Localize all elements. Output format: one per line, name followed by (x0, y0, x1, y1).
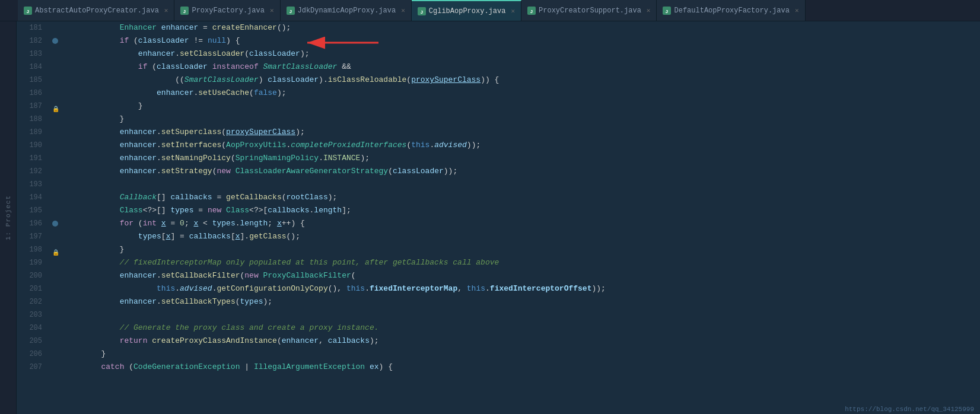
gutter-193 (49, 178, 61, 191)
gutter-202 (49, 295, 61, 308)
java-file-icon: J (418, 7, 426, 15)
line-num-188: 188 (17, 113, 49, 126)
gutter-183 (49, 47, 61, 60)
tab-label: JdkDynamicAopProxy.java (298, 7, 396, 15)
line-content-201: this.advised.getConfigurationOnlyCopy(),… (61, 282, 980, 295)
code-line-197: 197 types[x] = callbacks[x].getClass(); (17, 230, 980, 243)
gutter-198: 🔒 (49, 243, 61, 256)
code-line-201: 201 this.advised.getConfigurationOnlyCop… (17, 282, 980, 295)
line-num-189: 189 (17, 126, 49, 139)
project-panel-label: 1: Project (5, 195, 12, 240)
gutter-194 (49, 191, 61, 204)
line-content-182: if (classLoader != null) { (61, 34, 980, 47)
line-num-190: 190 (17, 139, 49, 152)
code-line-193: 193 (17, 178, 980, 191)
line-num-183: 183 (17, 47, 49, 60)
line-num-187: 187 (17, 100, 49, 113)
line-num-181: 181 (17, 21, 49, 34)
java-file-icon: J (24, 7, 32, 15)
svg-text:J: J (289, 9, 292, 14)
code-line-191: 191 enhancer.setNamingPolicy(SpringNamin… (17, 152, 980, 165)
line-num-191: 191 (17, 152, 49, 165)
java-file-icon: J (287, 7, 295, 15)
svg-text:J: J (183, 9, 186, 14)
tab-label: ProxyCreatorSupport.java (539, 7, 641, 15)
line-num-195: 195 (17, 204, 49, 217)
gutter-190 (49, 139, 61, 152)
tab-close-icon[interactable]: ✕ (647, 7, 651, 14)
line-content-205: return createProxyClassAndInstance(enhan… (61, 335, 980, 348)
line-content-198: } (61, 243, 980, 256)
code-line-196: 196 for (int x = 0; x < types.length; x+… (17, 217, 980, 230)
tab-close-icon[interactable]: ✕ (795, 7, 799, 14)
gutter-196 (49, 217, 61, 230)
line-content-192: enhancer.setStrategy(new ClassLoaderAwar… (61, 165, 980, 178)
gutter-197 (49, 230, 61, 243)
line-num-201: 201 (17, 282, 49, 295)
gutter-200 (49, 269, 61, 282)
line-num-198: 198 (17, 243, 49, 256)
line-num-205: 205 (17, 335, 49, 348)
line-num-197: 197 (17, 230, 49, 243)
gutter-204 (49, 321, 61, 335)
line-num-193: 193 (17, 178, 49, 191)
gutter-201 (49, 282, 61, 295)
code-line-205: 205 return createProxyClassAndInstance(e… (17, 335, 980, 348)
svg-text:J: J (420, 9, 423, 15)
tab-close-icon[interactable]: ✕ (401, 7, 405, 14)
line-num-199: 199 (17, 256, 49, 269)
code-line-203: 203 (17, 308, 980, 321)
gutter-182 (49, 34, 61, 47)
line-content-185: ((SmartClassLoader) classLoader).isClass… (61, 74, 980, 87)
code-line-183: 183 enhancer.setClassLoader(classLoader)… (17, 47, 980, 60)
tab-JdkDynamicAopProxy[interactable]: J JdkDynamicAopProxy.java ✕ (281, 0, 412, 21)
tab-DefaultAopProxyFactory[interactable]: J DefaultAopProxyFactory.java ✕ (657, 0, 805, 21)
line-content-191: enhancer.setNamingPolicy(SpringNamingPol… (61, 152, 980, 165)
tab-close-icon[interactable]: ✕ (270, 7, 274, 14)
line-content-184: if (classLoader instanceof SmartClassLoa… (61, 60, 980, 74)
java-file-icon: J (180, 7, 189, 15)
line-content-188: } (61, 113, 980, 126)
tab-bar: J AbstractAutoProxyCreator.java ✕ J Prox… (0, 0, 980, 21)
gutter-206 (49, 348, 61, 361)
line-num-182: 182 (17, 34, 49, 47)
line-num-184: 184 (17, 60, 49, 74)
svg-text:J: J (27, 9, 30, 14)
tab-CglibAopProxy[interactable]: J CglibAopProxy.java ✕ (412, 0, 521, 21)
editor-container: 1: Project 181 Enhancer enhancer = creat… (0, 21, 980, 414)
line-content-207: catch (CodeGenerationException | Illegal… (61, 361, 980, 374)
code-line-202: 202 enhancer.setCallbackTypes(types); (17, 295, 980, 308)
line-num-204: 204 (17, 321, 49, 335)
gutter-188 (49, 113, 61, 126)
gutter-184 (49, 60, 61, 74)
line-content-189: enhancer.setSuperclass(proxySuperClass); (61, 126, 980, 139)
status-bar-url: https://blog.csdn.net/qq_34125999 (839, 405, 980, 414)
java-file-icon: J (527, 7, 536, 15)
gutter-189 (49, 126, 61, 139)
code-line-192: 192 enhancer.setStrategy(new ClassLoader… (17, 165, 980, 178)
line-content-204: // Generate the proxy class and create a… (61, 321, 980, 335)
code-line-207: 207 catch (CodeGenerationException | Ill… (17, 361, 980, 374)
line-content-196: for (int x = 0; x < types.length; x++) { (61, 217, 980, 230)
tab-ProxyCreatorSupport[interactable]: J ProxyCreatorSupport.java ✕ (521, 0, 657, 21)
gutter-191 (49, 152, 61, 165)
code-line-200: 200 enhancer.setCallbackFilter(new Proxy… (17, 269, 980, 282)
code-editor[interactable]: 181 Enhancer enhancer = createEnhancer()… (17, 21, 980, 414)
gutter-195 (49, 204, 61, 217)
tab-close-icon[interactable]: ✕ (511, 7, 515, 15)
gutter-207 (49, 361, 61, 374)
line-content-187: } (61, 100, 980, 113)
code-line-184: 184 if (classLoader instanceof SmartClas… (17, 60, 980, 74)
line-num-206: 206 (17, 348, 49, 361)
tab-AbstractAutoProxyCreator[interactable]: J AbstractAutoProxyCreator.java ✕ (18, 0, 174, 21)
tab-ProxyFactory[interactable]: J ProxyFactory.java ✕ (174, 0, 280, 21)
svg-text:J: J (530, 9, 533, 14)
line-content-200: enhancer.setCallbackFilter(new ProxyCall… (61, 269, 980, 282)
tab-close-icon[interactable]: ✕ (164, 7, 168, 14)
code-line-188: 188 } (17, 113, 980, 126)
code-line-190: 190 enhancer.setInterfaces(AopProxyUtils… (17, 139, 980, 152)
code-line-182: 182 if (classLoader != null) { (17, 34, 980, 47)
code-line-189: 189 enhancer.setSuperclass(proxySuperCla… (17, 126, 980, 139)
gutter-192 (49, 165, 61, 178)
gutter-203 (49, 308, 61, 321)
